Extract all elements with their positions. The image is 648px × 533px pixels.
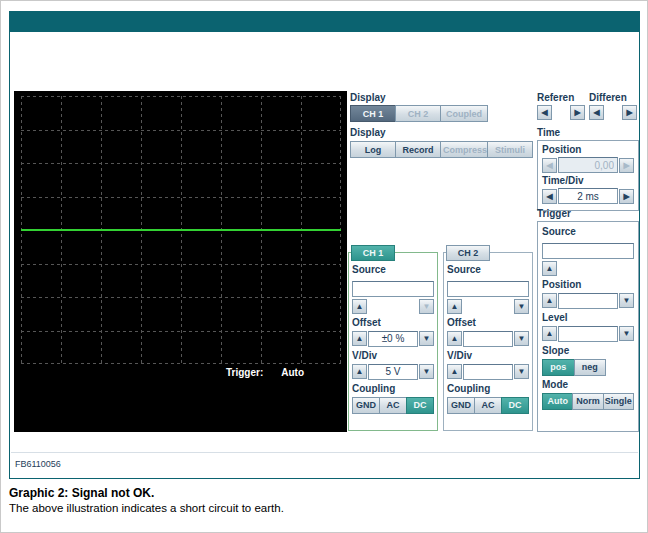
footer-divider (11, 452, 638, 453)
ch1-tab[interactable]: CH 1 (351, 245, 395, 261)
trigger-mode-norm-button[interactable]: Norm (572, 393, 603, 410)
ch1-offset-up-button[interactable]: ▲ (352, 331, 367, 346)
ch2-coupling-dc-button[interactable]: DC (501, 397, 529, 414)
up-arrow-icon: ▲ (451, 367, 459, 376)
trigger-slope-neg-button[interactable]: neg (574, 359, 607, 376)
time-position-field (558, 157, 618, 173)
ch1-offset-field[interactable] (368, 331, 418, 347)
ch1-vdiv-up-button[interactable]: ▲ (352, 364, 367, 379)
ch2-source-label: Source (447, 264, 529, 276)
scope-grid (21, 96, 341, 364)
trigger-level-down-button[interactable]: ▼ (619, 326, 634, 341)
up-arrow-icon: ▲ (546, 296, 554, 305)
right-arrow-icon: ▶ (623, 161, 629, 170)
left-arrow-icon: ◀ (546, 161, 552, 170)
display-modes-label: Display (350, 127, 386, 138)
timediv-right-button[interactable]: ▶ (619, 189, 634, 204)
trigger-level-up-button[interactable]: ▲ (542, 326, 557, 341)
ch1-coupling-ac-button[interactable]: AC (379, 397, 407, 414)
left-arrow-icon: ◀ (546, 192, 552, 201)
scope-trigger-label: Trigger: (226, 367, 263, 378)
ch1-display-button[interactable]: CH 1 (350, 105, 396, 122)
time-panel: Position ◀ ▶ Time/Div ◀ ▶ (537, 140, 639, 211)
right-arrow-icon: ▶ (574, 108, 580, 117)
down-arrow-icon: ▼ (518, 334, 526, 343)
trigger-position-up-button[interactable]: ▲ (542, 293, 557, 308)
timediv-label: Time/Div (542, 175, 634, 187)
differential-right-button[interactable]: ▶ (622, 105, 637, 120)
reference-right-button[interactable]: ▶ (570, 105, 585, 120)
ch1-coupling-dc-button[interactable]: DC (406, 397, 434, 414)
ch2-offset-up-button[interactable]: ▲ (447, 331, 462, 346)
stimuli-button[interactable]: Stimuli (487, 141, 533, 158)
ch1-offset-down-button[interactable]: ▼ (419, 331, 434, 346)
trigger-position-down-button[interactable]: ▼ (619, 293, 634, 308)
differential-left-button[interactable]: ◀ (589, 105, 604, 120)
time-position-label: Position (542, 144, 634, 156)
down-arrow-icon: ▼ (623, 329, 631, 338)
timediv-field[interactable] (558, 188, 618, 204)
ch2-vdiv-field[interactable] (463, 364, 513, 380)
log-button[interactable]: Log (350, 141, 396, 158)
ch2-coupling-ac-button[interactable]: AC (474, 397, 502, 414)
trigger-position-label: Position (542, 279, 634, 291)
down-arrow-icon: ▼ (518, 302, 526, 311)
up-arrow-icon: ▲ (356, 302, 364, 311)
up-arrow-icon: ▲ (356, 367, 364, 376)
time-position-right-button[interactable]: ▶ (619, 158, 634, 173)
ch1-coupling-label: Coupling (352, 383, 434, 395)
down-arrow-icon: ▼ (423, 334, 431, 343)
coupled-display-button[interactable]: Coupled (440, 105, 488, 122)
trigger-label: Trigger (537, 208, 571, 219)
trigger-source-field[interactable] (542, 243, 634, 259)
ch2-vdiv-down-button[interactable]: ▼ (514, 364, 529, 379)
up-arrow-icon: ▲ (546, 329, 554, 338)
display-channels-label: Display (350, 92, 386, 103)
reference-label: Referen (537, 92, 574, 103)
trigger-source-up-button[interactable]: ▲ (542, 261, 557, 276)
compress-button[interactable]: Compress (440, 141, 488, 158)
differential-spinner: ◀ ▶ (589, 105, 637, 120)
ch1-vdiv-field[interactable] (368, 364, 418, 380)
ch2-offset-field[interactable] (463, 331, 513, 347)
ch2-source-field[interactable] (447, 281, 529, 297)
ch1-source-down-button[interactable]: ▼ (419, 299, 434, 314)
ch2-vdiv-label: V/Div (447, 350, 529, 362)
trigger-mode-single-button[interactable]: Single (603, 393, 634, 410)
left-arrow-icon: ◀ (541, 108, 547, 117)
ch2-source-down-button[interactable]: ▼ (514, 299, 529, 314)
trigger-mode-auto-button[interactable]: Auto (542, 393, 573, 410)
ch1-source-field[interactable] (352, 281, 434, 297)
ch2-panel: CH 2 Source ▲ ▼ Offset ▲ ▼ V/Div ▲ ▼ Cou… (443, 252, 533, 431)
ch1-vdiv-label: V/Div (352, 350, 434, 362)
down-arrow-icon: ▼ (423, 367, 431, 376)
scope-status-line: Trigger:Auto (226, 367, 304, 378)
ch1-vdiv-down-button[interactable]: ▼ (419, 364, 434, 379)
scope-trigger-value: Auto (281, 367, 304, 378)
ch1-source-up-button[interactable]: ▲ (352, 299, 367, 314)
ch2-source-up-button[interactable]: ▲ (447, 299, 462, 314)
ch2-coupling-gnd-button[interactable]: GND (447, 397, 475, 414)
time-position-left-button[interactable]: ◀ (542, 158, 557, 173)
page: Trigger:Auto Display CH 1 CH 2 Coupled D… (0, 0, 648, 533)
record-button[interactable]: Record (395, 141, 441, 158)
caption-body: The above illustration indicates a short… (9, 502, 284, 514)
down-arrow-icon: ▼ (623, 296, 631, 305)
timediv-left-button[interactable]: ◀ (542, 189, 557, 204)
differential-label: Differen (589, 92, 627, 103)
trigger-slope-pos-button[interactable]: pos (542, 359, 575, 376)
ch1-coupling-gnd-button[interactable]: GND (352, 397, 380, 414)
trigger-level-field[interactable] (558, 326, 618, 342)
reference-left-button[interactable]: ◀ (537, 105, 552, 120)
ch2-vdiv-up-button[interactable]: ▲ (447, 364, 462, 379)
caption-title: Graphic 2: Signal not OK. (9, 486, 284, 500)
titlebar (10, 12, 639, 32)
up-arrow-icon: ▲ (451, 334, 459, 343)
right-arrow-icon: ▶ (626, 108, 632, 117)
ch2-tab[interactable]: CH 2 (446, 245, 490, 261)
ch2-display-button[interactable]: CH 2 (395, 105, 441, 122)
ch2-offset-down-button[interactable]: ▼ (514, 331, 529, 346)
up-arrow-icon: ▲ (356, 334, 364, 343)
ch1-offset-label: Offset (352, 317, 434, 329)
trigger-position-field[interactable] (558, 293, 618, 309)
